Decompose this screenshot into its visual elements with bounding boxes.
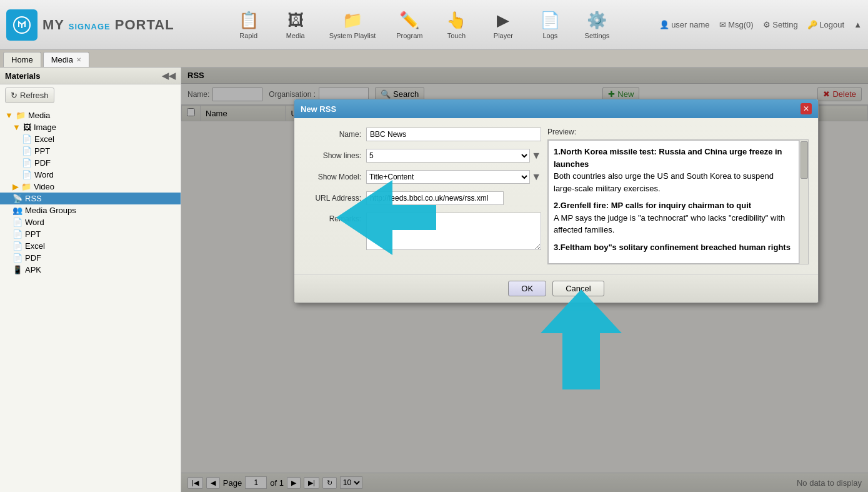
tree-word2-label: Word [25, 218, 44, 227]
ok-button[interactable]: OK [508, 281, 546, 296]
tree-item-apk[interactable]: 📱 APK [0, 264, 181, 276]
excel2-file-icon: 📄 [12, 241, 22, 251]
logout-icon: 🔑 [807, 20, 817, 29]
form-row-show-model: Show Model: Title+Content Title Only Con… [304, 170, 541, 184]
tree-item-pdf[interactable]: 📄 PDF [0, 157, 181, 169]
player-icon: ▶ [497, 11, 509, 30]
tree-ppt2-label: PPT [25, 229, 41, 239]
pdf-file-icon: 📄 [22, 158, 32, 168]
show-lines-dropdown-icon: ▼ [531, 150, 541, 161]
dialog-close-button[interactable]: ✕ [801, 103, 812, 114]
show-lines-select[interactable]: 5 10 15 20 [366, 149, 530, 163]
program-icon: ✏️ [399, 11, 419, 30]
tree-item-excel2[interactable]: 📄 Excel [0, 240, 181, 252]
tab-media-close[interactable]: ✕ [76, 56, 81, 63]
tree-pdf-label: PDF [34, 158, 51, 168]
remarks-textarea[interactable] [366, 213, 541, 250]
url-input[interactable] [366, 191, 504, 205]
scrollbar-thumb[interactable] [801, 141, 808, 179]
setting-icon: ⚙ [763, 20, 771, 29]
tab-home[interactable]: Home [3, 52, 41, 67]
dialog-title-text: New RSS [301, 104, 336, 114]
preview-section: Preview: 1.North Korea missile test: Rus… [547, 128, 809, 264]
tree-item-media[interactable]: ▼ 📁 Media [0, 109, 181, 121]
remarks-label: Remarks: [304, 213, 366, 223]
tree-image-label: Image [34, 123, 56, 132]
preview-item: 2.Grenfell fire: MP calls for inquiry ch… [554, 199, 794, 236]
dialog-form: Name: Show lines: 5 10 15 20 [304, 128, 541, 264]
nav-system-playlist[interactable]: 📁 System Playlist [321, 6, 385, 44]
top-bar: MY SIGNAGE PORTAL 📋 Rapid 🖼 Media 📁 Syst… [0, 0, 868, 50]
arrow-up-annotation [541, 289, 622, 389]
top-right-chevron[interactable]: ▲ [854, 20, 862, 29]
tree-item-video[interactable]: ▶ 📁 Video [0, 181, 181, 193]
msg-link[interactable]: ✉ Msg(0) [719, 20, 754, 29]
refresh-label: Refresh [20, 91, 49, 100]
excel-file-icon: 📄 [22, 134, 32, 144]
sidebar-header: Materials ◀◀ [0, 68, 181, 84]
tree-excel2-label: Excel [25, 241, 45, 251]
tree-item-ppt[interactable]: 📄 PPT [0, 145, 181, 157]
scrollbar[interactable] [799, 140, 808, 264]
tree-image-folder-icon: 🖼 [23, 123, 31, 132]
tab-home-label: Home [11, 55, 33, 64]
msg-icon: ✉ [719, 20, 726, 29]
logout-link[interactable]: 🔑 Logout [807, 20, 844, 29]
setting-link[interactable]: ⚙ Setting [763, 20, 798, 29]
tab-bar: Home Media ✕ [0, 50, 868, 68]
ppt-file-icon: 📄 [22, 146, 32, 156]
collapse-button[interactable]: ◀◀ [162, 71, 176, 81]
nav-touch-label: Touch [447, 32, 466, 39]
nav-rapid[interactable]: 📋 Rapid [227, 6, 271, 44]
nav-logs[interactable]: 📄 Logs [528, 6, 572, 44]
tree-item-excel[interactable]: 📄 Excel [0, 133, 181, 145]
tree-item-pdf2[interactable]: 📄 PDF [0, 252, 181, 264]
nav-logs-label: Logs [543, 32, 558, 39]
pdf2-file-icon: 📄 [12, 253, 22, 263]
preview-item: 1.North Korea missile test: Russia and C… [554, 146, 794, 194]
preview-area: 1.North Korea missile test: Russia and C… [548, 140, 799, 264]
tree-item-media-groups[interactable]: 👥 Media Groups [0, 204, 181, 216]
tree-ppt-label: PPT [34, 146, 50, 156]
nav-player[interactable]: ▶ Player [481, 6, 525, 44]
media-expand-icon: ▼ [5, 111, 13, 120]
rss-icon: 📡 [12, 194, 22, 203]
form-row-url: URL Address: [304, 191, 541, 205]
svg-marker-3 [541, 289, 622, 389]
sidebar-tree: ▼ 📁 Media ▼ 🖼 Image 📄 Excel 📄 PPT 📄 PDF [0, 106, 181, 492]
nav-settings-label: Settings [585, 32, 610, 39]
dialog-footer: OK Cancel [294, 274, 818, 303]
msg-label: Msg(0) [728, 20, 753, 29]
tree-item-rss[interactable]: 📡 RSS [0, 193, 181, 204]
show-model-dropdown-icon: ▼ [531, 171, 541, 183]
tree-word-label: Word [34, 170, 54, 179]
tree-item-word[interactable]: 📄 Word [0, 169, 181, 181]
cancel-button[interactable]: Cancel [552, 281, 604, 296]
name-label: Name: [304, 130, 366, 139]
logout-label: Logout [819, 20, 844, 29]
content-area: RSS Name: Organisation : 🔍 Search ✚ New … [181, 68, 868, 492]
refresh-button[interactable]: ↻ Refresh [5, 88, 54, 103]
nav-touch[interactable]: 👆 Touch [434, 6, 478, 44]
logs-icon: 📄 [540, 11, 560, 30]
nav-media[interactable]: 🖼 Media [274, 6, 317, 44]
tree-item-image[interactable]: ▼ 🖼 Image [0, 121, 181, 133]
tree-media-groups-label: Media Groups [25, 206, 76, 215]
url-label: URL Address: [304, 194, 366, 203]
nav-program[interactable]: ✏️ Program [387, 6, 431, 44]
media-groups-icon: 👥 [12, 206, 22, 215]
preview-item: 3.Feltham boy"s solitary confinement bre… [554, 241, 794, 254]
nav-settings[interactable]: ⚙️ Settings [575, 6, 619, 44]
user-icon: 👤 [659, 20, 669, 29]
show-model-select[interactable]: Title+Content Title Only Content Only [366, 170, 530, 184]
tree-item-ppt2[interactable]: 📄 PPT [0, 228, 181, 240]
form-row-show-lines: Show lines: 5 10 15 20 ▼ [304, 149, 541, 163]
tree-media-folder-icon: 📁 [16, 111, 26, 120]
tab-media[interactable]: Media ✕ [43, 52, 89, 67]
tree-item-word2[interactable]: 📄 Word [0, 216, 181, 228]
ppt2-file-icon: 📄 [12, 229, 22, 239]
name-input[interactable] [366, 128, 541, 141]
username-link[interactable]: 👤 user name [659, 20, 710, 29]
main-layout: Materials ◀◀ ↻ Refresh ▼ 📁 Media ▼ 🖼 Ima… [0, 68, 868, 492]
apk-file-icon: 📱 [12, 265, 22, 274]
